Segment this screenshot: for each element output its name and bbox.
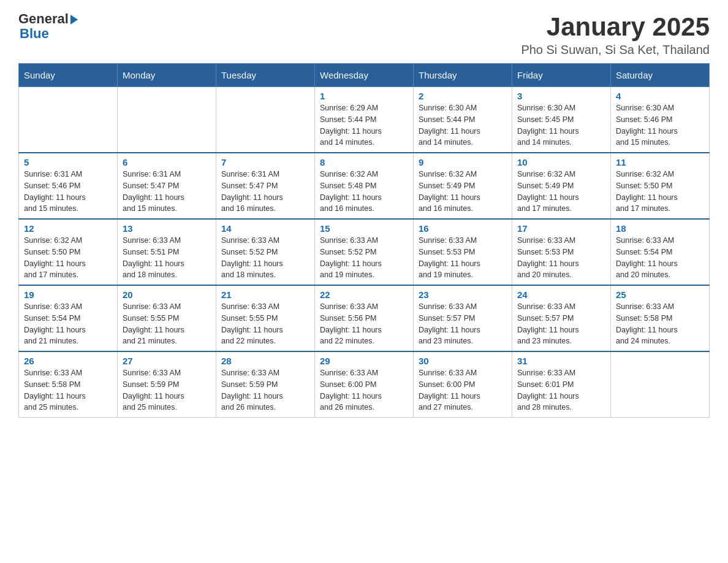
header-thursday: Thursday bbox=[414, 64, 512, 87]
logo-general-text: General bbox=[18, 12, 69, 26]
calendar-day-cell: 9Sunrise: 6:32 AM Sunset: 5:49 PM Daylig… bbox=[414, 153, 512, 219]
day-info: Sunrise: 6:30 AM Sunset: 5:44 PM Dayligh… bbox=[419, 102, 507, 148]
day-info: Sunrise: 6:33 AM Sunset: 5:53 PM Dayligh… bbox=[517, 235, 605, 281]
day-number: 30 bbox=[419, 356, 507, 366]
calendar-day-cell bbox=[611, 351, 710, 418]
day-number: 1 bbox=[320, 91, 408, 101]
day-info: Sunrise: 6:32 AM Sunset: 5:49 PM Dayligh… bbox=[419, 169, 507, 215]
calendar-day-cell: 8Sunrise: 6:32 AM Sunset: 5:48 PM Daylig… bbox=[315, 153, 414, 219]
calendar-day-cell bbox=[216, 87, 315, 153]
day-info: Sunrise: 6:33 AM Sunset: 5:53 PM Dayligh… bbox=[419, 235, 507, 281]
calendar-day-cell: 14Sunrise: 6:33 AM Sunset: 5:52 PM Dayli… bbox=[216, 219, 315, 285]
calendar-day-cell: 31Sunrise: 6:33 AM Sunset: 6:01 PM Dayli… bbox=[512, 351, 611, 418]
day-number: 16 bbox=[419, 223, 507, 234]
day-number: 10 bbox=[517, 157, 605, 167]
day-number: 15 bbox=[320, 223, 408, 234]
calendar-day-cell: 7Sunrise: 6:31 AM Sunset: 5:47 PM Daylig… bbox=[216, 153, 315, 219]
day-number: 7 bbox=[221, 157, 309, 167]
header-saturday: Saturday bbox=[611, 64, 710, 87]
day-number: 27 bbox=[123, 356, 211, 366]
day-number: 3 bbox=[517, 91, 605, 101]
day-info: Sunrise: 6:33 AM Sunset: 6:00 PM Dayligh… bbox=[320, 367, 408, 413]
calendar-day-cell: 4Sunrise: 6:30 AM Sunset: 5:46 PM Daylig… bbox=[611, 87, 710, 153]
day-info: Sunrise: 6:33 AM Sunset: 5:59 PM Dayligh… bbox=[123, 367, 211, 413]
day-info: Sunrise: 6:33 AM Sunset: 5:52 PM Dayligh… bbox=[221, 235, 309, 281]
calendar-day-cell: 16Sunrise: 6:33 AM Sunset: 5:53 PM Dayli… bbox=[414, 219, 512, 285]
logo-arrow-shape bbox=[70, 15, 78, 25]
day-info: Sunrise: 6:32 AM Sunset: 5:49 PM Dayligh… bbox=[517, 169, 605, 215]
day-info: Sunrise: 6:33 AM Sunset: 5:52 PM Dayligh… bbox=[320, 235, 408, 281]
calendar-header-row: SundayMondayTuesdayWednesdayThursdayFrid… bbox=[19, 64, 710, 87]
calendar-day-cell: 28Sunrise: 6:33 AM Sunset: 5:59 PM Dayli… bbox=[216, 351, 315, 418]
day-number: 18 bbox=[616, 223, 704, 234]
calendar-day-cell: 23Sunrise: 6:33 AM Sunset: 5:57 PM Dayli… bbox=[414, 285, 512, 351]
header-wednesday: Wednesday bbox=[315, 64, 414, 87]
day-info: Sunrise: 6:31 AM Sunset: 5:47 PM Dayligh… bbox=[221, 169, 309, 215]
calendar-day-cell: 1Sunrise: 6:29 AM Sunset: 5:44 PM Daylig… bbox=[315, 87, 414, 153]
day-info: Sunrise: 6:33 AM Sunset: 5:58 PM Dayligh… bbox=[616, 301, 704, 347]
day-info: Sunrise: 6:30 AM Sunset: 5:46 PM Dayligh… bbox=[616, 102, 704, 148]
day-number: 26 bbox=[24, 356, 112, 366]
day-info: Sunrise: 6:31 AM Sunset: 5:46 PM Dayligh… bbox=[24, 169, 112, 215]
day-info: Sunrise: 6:33 AM Sunset: 5:57 PM Dayligh… bbox=[419, 301, 507, 347]
day-number: 8 bbox=[320, 157, 408, 167]
day-info: Sunrise: 6:33 AM Sunset: 6:01 PM Dayligh… bbox=[517, 367, 605, 413]
day-number: 28 bbox=[221, 356, 309, 366]
header-monday: Monday bbox=[118, 64, 216, 87]
header-friday: Friday bbox=[512, 64, 611, 87]
day-info: Sunrise: 6:33 AM Sunset: 5:55 PM Dayligh… bbox=[221, 301, 309, 347]
calendar-week-row: 19Sunrise: 6:33 AM Sunset: 5:54 PM Dayli… bbox=[19, 285, 710, 351]
day-info: Sunrise: 6:33 AM Sunset: 5:54 PM Dayligh… bbox=[24, 301, 112, 347]
calendar-day-cell: 30Sunrise: 6:33 AM Sunset: 6:00 PM Dayli… bbox=[414, 351, 512, 418]
calendar-day-cell bbox=[19, 87, 118, 153]
calendar-day-cell: 11Sunrise: 6:32 AM Sunset: 5:50 PM Dayli… bbox=[611, 153, 710, 219]
day-number: 13 bbox=[123, 223, 211, 234]
calendar-day-cell: 29Sunrise: 6:33 AM Sunset: 6:00 PM Dayli… bbox=[315, 351, 414, 418]
title-section: January 2025 Pho Si Suwan, Si Sa Ket, Th… bbox=[521, 12, 710, 57]
calendar-day-cell: 12Sunrise: 6:32 AM Sunset: 5:50 PM Dayli… bbox=[19, 219, 118, 285]
day-number: 14 bbox=[221, 223, 309, 234]
calendar-day-cell: 22Sunrise: 6:33 AM Sunset: 5:56 PM Dayli… bbox=[315, 285, 414, 351]
day-info: Sunrise: 6:33 AM Sunset: 5:57 PM Dayligh… bbox=[517, 301, 605, 347]
calendar-day-cell: 21Sunrise: 6:33 AM Sunset: 5:55 PM Dayli… bbox=[216, 285, 315, 351]
day-number: 25 bbox=[616, 289, 704, 300]
day-number: 9 bbox=[419, 157, 507, 167]
page-header: General Blue January 2025 Pho Si Suwan, … bbox=[18, 12, 710, 57]
day-info: Sunrise: 6:32 AM Sunset: 5:48 PM Dayligh… bbox=[320, 169, 408, 215]
page-title: January 2025 bbox=[521, 12, 710, 42]
calendar-day-cell: 18Sunrise: 6:33 AM Sunset: 5:54 PM Dayli… bbox=[611, 219, 710, 285]
day-number: 21 bbox=[221, 289, 309, 300]
day-number: 24 bbox=[517, 289, 605, 300]
day-number: 22 bbox=[320, 289, 408, 300]
calendar-day-cell: 24Sunrise: 6:33 AM Sunset: 5:57 PM Dayli… bbox=[512, 285, 611, 351]
day-info: Sunrise: 6:33 AM Sunset: 6:00 PM Dayligh… bbox=[419, 367, 507, 413]
day-info: Sunrise: 6:32 AM Sunset: 5:50 PM Dayligh… bbox=[616, 169, 704, 215]
calendar-day-cell: 19Sunrise: 6:33 AM Sunset: 5:54 PM Dayli… bbox=[19, 285, 118, 351]
calendar-day-cell: 13Sunrise: 6:33 AM Sunset: 5:51 PM Dayli… bbox=[118, 219, 216, 285]
calendar-day-cell: 15Sunrise: 6:33 AM Sunset: 5:52 PM Dayli… bbox=[315, 219, 414, 285]
logo: General Blue bbox=[18, 12, 78, 42]
day-number: 20 bbox=[123, 289, 211, 300]
day-info: Sunrise: 6:33 AM Sunset: 5:56 PM Dayligh… bbox=[320, 301, 408, 347]
day-info: Sunrise: 6:32 AM Sunset: 5:50 PM Dayligh… bbox=[24, 235, 112, 281]
calendar-day-cell: 6Sunrise: 6:31 AM Sunset: 5:47 PM Daylig… bbox=[118, 153, 216, 219]
page-subtitle: Pho Si Suwan, Si Sa Ket, Thailand bbox=[521, 43, 710, 57]
day-number: 11 bbox=[616, 157, 704, 167]
calendar-day-cell: 17Sunrise: 6:33 AM Sunset: 5:53 PM Dayli… bbox=[512, 219, 611, 285]
day-info: Sunrise: 6:31 AM Sunset: 5:47 PM Dayligh… bbox=[123, 169, 211, 215]
day-number: 2 bbox=[419, 91, 507, 101]
day-info: Sunrise: 6:33 AM Sunset: 5:54 PM Dayligh… bbox=[616, 235, 704, 281]
calendar-week-row: 12Sunrise: 6:32 AM Sunset: 5:50 PM Dayli… bbox=[19, 219, 710, 285]
calendar-week-row: 26Sunrise: 6:33 AM Sunset: 5:58 PM Dayli… bbox=[19, 351, 710, 418]
day-number: 19 bbox=[24, 289, 112, 300]
header-tuesday: Tuesday bbox=[216, 64, 315, 87]
day-info: Sunrise: 6:33 AM Sunset: 5:55 PM Dayligh… bbox=[123, 301, 211, 347]
day-info: Sunrise: 6:29 AM Sunset: 5:44 PM Dayligh… bbox=[320, 102, 408, 148]
day-number: 4 bbox=[616, 91, 704, 101]
calendar-table: SundayMondayTuesdayWednesdayThursdayFrid… bbox=[18, 63, 710, 418]
calendar-week-row: 1Sunrise: 6:29 AM Sunset: 5:44 PM Daylig… bbox=[19, 87, 710, 153]
header-sunday: Sunday bbox=[19, 64, 118, 87]
day-info: Sunrise: 6:30 AM Sunset: 5:45 PM Dayligh… bbox=[517, 102, 605, 148]
day-number: 12 bbox=[24, 223, 112, 234]
calendar-day-cell: 10Sunrise: 6:32 AM Sunset: 5:49 PM Dayli… bbox=[512, 153, 611, 219]
